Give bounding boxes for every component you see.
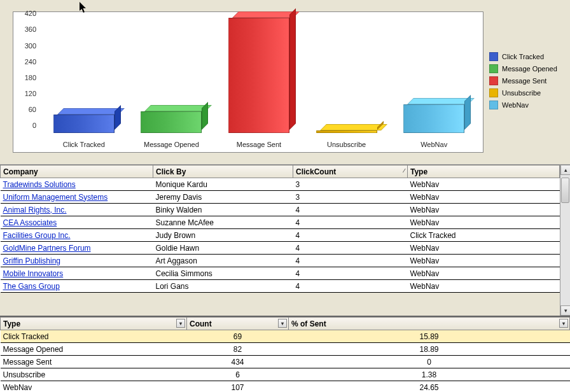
summary-table: Type⁄▾Count▾% of Sent▾ Click Tracked 69 … — [0, 317, 570, 392]
clickby-cell: Jeremy Davis — [153, 191, 293, 204]
legend-swatch — [489, 64, 498, 73]
cursor-icon — [80, 2, 88, 16]
scroll-thumb[interactable] — [561, 178, 569, 203]
company-link[interactable]: Mobile Innovators — [3, 269, 64, 278]
x-label: Click Tracked — [40, 141, 128, 148]
clickby-cell: Art Aggason — [153, 255, 293, 267]
column-header-clickby[interactable]: Click By — [153, 165, 293, 178]
clickby-cell: Binky Walden — [153, 204, 293, 216]
x-label: Unsubscribe — [303, 141, 391, 148]
y-tick: 60 — [29, 106, 36, 113]
column-header-count[interactable]: ClickCount⁄ — [293, 165, 408, 178]
company-link[interactable]: Uniform Management Systems — [3, 193, 108, 202]
table-row[interactable]: GoldMine Partners Forum Goldie Hawn 4 We… — [1, 242, 560, 255]
count-cell: 4 — [293, 204, 408, 216]
clickby-cell: Monique Kardu — [153, 178, 293, 191]
table-row[interactable]: CEA Associates Suzanne McAfee 4 WebNav — [1, 216, 560, 229]
y-tick: 180 — [25, 74, 36, 81]
x-label: WebNav — [390, 141, 478, 148]
summary-row[interactable]: Unsubscribe 6 1.38 — [1, 368, 570, 381]
dropdown-icon[interactable]: ▾ — [559, 319, 568, 328]
table-row[interactable]: Mobile Innovators Cecilia Simmons 4 WebN… — [1, 267, 560, 280]
legend-label: WebNav — [502, 101, 529, 109]
clickby-cell: Cecilia Simmons — [153, 267, 293, 280]
table-row[interactable]: Tradewinds Solutions Monique Kardu 3 Web… — [1, 178, 560, 191]
chart-legend: Click TrackedMessage OpenedMessage SentU… — [489, 52, 569, 113]
pct-cell: 1.38 — [289, 368, 570, 381]
x-label: Message Sent — [215, 141, 303, 148]
scrollbar[interactable]: ▴ ▾ — [560, 165, 570, 316]
bar-message opened — [141, 111, 202, 133]
column-header-type[interactable]: Type — [408, 165, 560, 178]
summary-row[interactable]: Message Sent 434 0 — [1, 356, 570, 368]
count-cell: 4 — [293, 229, 408, 242]
type-cell: Message Sent — [1, 356, 187, 368]
dropdown-icon[interactable]: ▾ — [278, 319, 287, 328]
company-link[interactable]: The Gans Group — [3, 282, 60, 291]
y-tick: 240 — [25, 58, 36, 66]
legend-item: WebNav — [489, 101, 569, 109]
bar-click tracked — [53, 115, 115, 133]
count-cell: 69 — [187, 330, 289, 343]
summary-row[interactable]: WebNav 107 24.65 — [1, 381, 570, 393]
legend-item: Click Tracked — [489, 52, 569, 61]
company-link[interactable]: Griffin Publishing — [3, 256, 61, 265]
type-cell: WebNav — [408, 191, 560, 204]
summary-row[interactable]: Click Tracked 69 15.89 — [1, 330, 570, 343]
clickby-cell: Goldie Hawn — [153, 242, 293, 255]
legend-swatch — [489, 88, 498, 97]
legend-swatch — [489, 101, 498, 109]
table-row[interactable]: Griffin Publishing Art Aggason 4 WebNav — [1, 255, 560, 267]
clickby-cell: Suzanne McAfee — [153, 216, 293, 229]
company-link[interactable]: Tradewinds Solutions — [3, 180, 76, 189]
type-cell: WebNav — [408, 280, 560, 293]
bar-message sent — [228, 18, 289, 133]
y-tick: 120 — [25, 90, 36, 97]
column-header-pct[interactable]: % of Sent▾ — [289, 318, 570, 330]
company-link[interactable]: Animal Rights, Inc. — [3, 206, 67, 214]
table-row[interactable]: The Gans Group Lori Gans 4 WebNav — [1, 280, 560, 293]
column-header-count[interactable]: Count▾ — [187, 318, 289, 330]
legend-label: Message Sent — [502, 77, 546, 85]
legend-swatch — [489, 76, 498, 85]
count-cell: 4 — [293, 255, 408, 267]
legend-label: Click Tracked — [502, 53, 544, 60]
scroll-down-icon[interactable]: ▾ — [560, 305, 570, 316]
summary-row[interactable]: Message Opened 82 18.89 — [1, 343, 570, 356]
clickby-cell: Judy Brown — [153, 229, 293, 242]
pct-cell: 18.89 — [289, 343, 570, 356]
count-cell: 107 — [187, 381, 289, 393]
legend-item: Message Opened — [489, 64, 569, 73]
chart-area: 060120180240300360420 Click TrackedMessa… — [0, 0, 570, 165]
type-cell: WebNav — [408, 216, 560, 229]
type-cell: WebNav — [408, 267, 560, 280]
type-cell: WebNav — [408, 178, 560, 191]
column-header-type[interactable]: Type⁄▾ — [1, 318, 187, 330]
chart-plot: 060120180240300360420 Click TrackedMessa… — [13, 11, 483, 153]
table-row[interactable]: Facilities Group Inc. Judy Brown 4 Click… — [1, 229, 560, 242]
company-link[interactable]: GoldMine Partners Forum — [3, 244, 91, 253]
legend-item: Message Sent — [489, 76, 569, 85]
clickby-cell: Lori Gans — [153, 280, 293, 293]
pct-cell: 24.65 — [289, 381, 570, 393]
bar-unsubscribe — [316, 130, 377, 133]
company-link[interactable]: Facilities Group Inc. — [3, 231, 71, 240]
type-cell: Click Tracked — [408, 229, 560, 242]
count-cell: 4 — [293, 280, 408, 293]
type-cell: WebNav — [408, 255, 560, 267]
count-cell: 4 — [293, 267, 408, 280]
legend-item: Unsubscribe — [489, 88, 569, 97]
table-row[interactable]: Uniform Management Systems Jeremy Davis … — [1, 191, 560, 204]
count-cell: 434 — [187, 356, 289, 368]
scroll-up-icon[interactable]: ▴ — [560, 165, 570, 175]
count-cell: 3 — [293, 178, 408, 191]
sort-asc-icon: ⁄ — [403, 167, 405, 174]
table-row[interactable]: Animal Rights, Inc. Binky Walden 4 WebNa… — [1, 204, 560, 216]
pct-cell: 15.89 — [289, 330, 570, 343]
column-header-company[interactable]: Company — [1, 165, 153, 178]
dropdown-icon[interactable]: ▾ — [176, 319, 185, 328]
detail-table: CompanyClick ByClickCount⁄Type Tradewind… — [0, 165, 560, 293]
legend-swatch — [489, 52, 498, 61]
pct-cell: 0 — [289, 356, 570, 368]
company-link[interactable]: CEA Associates — [3, 218, 57, 227]
